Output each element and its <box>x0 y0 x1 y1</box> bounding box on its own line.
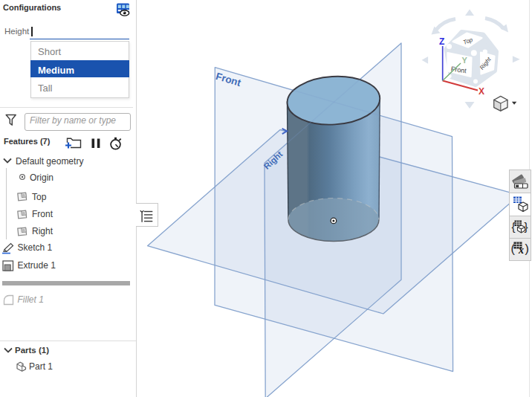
svg-text:): ) <box>525 242 529 255</box>
svg-text:Z: Z <box>439 36 444 47</box>
svg-text:Y: Y <box>462 56 468 65</box>
svg-text:x: x <box>518 245 524 256</box>
svg-text:X: X <box>479 86 484 97</box>
